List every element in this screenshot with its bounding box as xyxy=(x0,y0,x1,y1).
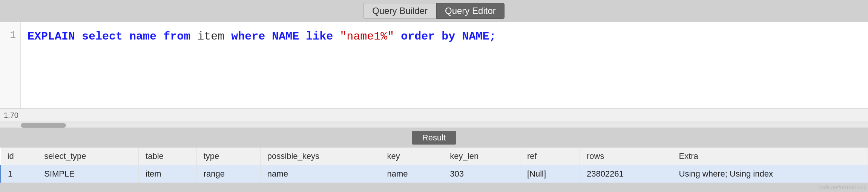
cell-id: 1 xyxy=(1,165,37,183)
col-type: type xyxy=(196,148,260,165)
watermark: csdn.net/001085326 xyxy=(819,184,866,190)
tab-query-builder[interactable]: Query Builder xyxy=(363,3,436,19)
cell-key_len: 303 xyxy=(443,165,520,183)
keyword-name-col: NAME xyxy=(272,30,299,43)
cell-table: item xyxy=(139,165,197,183)
cell-type: range xyxy=(196,165,260,183)
result-table-container: id select_type table type possible_keys … xyxy=(0,148,868,183)
col-extra: Extra xyxy=(672,148,868,165)
cell-Extra: Using where; Using index xyxy=(672,165,868,183)
table-header-row: id select_type table type possible_keys … xyxy=(1,148,868,165)
result-label: Result xyxy=(412,131,456,145)
keyword-where: where xyxy=(231,30,265,43)
scroll-bar[interactable] xyxy=(0,122,868,128)
keyword-from: from xyxy=(163,30,190,43)
line-number-1: 1 xyxy=(10,29,16,41)
line-numbers: 1 xyxy=(0,22,21,108)
keyword-explain: EXPLAIN xyxy=(28,30,75,43)
page-wrapper: Query Builder Query Editor 1 EXPLAIN sel… xyxy=(0,0,868,192)
col-possible-keys: possible_keys xyxy=(260,148,380,165)
keyword-select: select xyxy=(82,30,123,43)
status-bar: 1:70 xyxy=(0,108,868,122)
keyword-name: name xyxy=(129,30,156,43)
cell-key: name xyxy=(380,165,443,183)
keyword-by: by xyxy=(442,30,455,43)
col-table: table xyxy=(139,148,197,165)
cursor-position: 1:70 xyxy=(4,111,18,120)
keyword-name-order: NAME; xyxy=(462,30,496,43)
col-rows: rows xyxy=(580,148,672,165)
col-ref: ref xyxy=(520,148,580,165)
cell-rows: 23802261 xyxy=(580,165,672,183)
table-row: 1SIMPLEitemrangenamename303[Null]2380226… xyxy=(1,165,868,183)
cell-possible_keys: name xyxy=(260,165,380,183)
scroll-thumb[interactable] xyxy=(21,123,66,128)
tab-query-editor[interactable]: Query Editor xyxy=(436,3,505,19)
code-item: item xyxy=(197,30,224,43)
editor-area: 1 EXPLAIN select name from item where NA… xyxy=(0,22,868,108)
col-id: id xyxy=(1,148,37,165)
col-key-len: key_len xyxy=(443,148,520,165)
keyword-like: like xyxy=(306,30,333,43)
string-value: "name1%" xyxy=(340,30,394,43)
keyword-order: order xyxy=(401,30,435,43)
cell-select_type: SIMPLE xyxy=(37,165,139,183)
result-table: id select_type table type possible_keys … xyxy=(0,148,868,183)
col-key: key xyxy=(380,148,443,165)
tab-bar: Query Builder Query Editor xyxy=(0,0,868,22)
cell-ref: [Null] xyxy=(520,165,580,183)
result-bar: Result xyxy=(0,128,868,148)
col-select-type: select_type xyxy=(37,148,139,165)
code-editor[interactable]: EXPLAIN select name from item where NAME… xyxy=(21,22,868,108)
